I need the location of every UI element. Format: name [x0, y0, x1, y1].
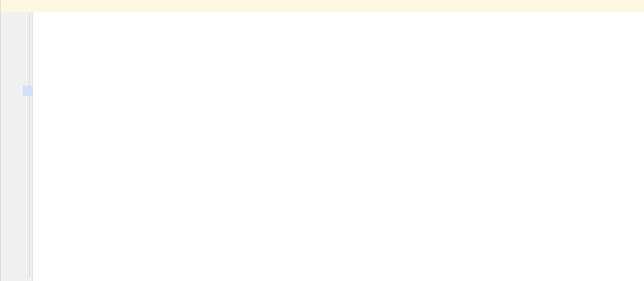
- right-margin-guide: [0, 0, 1, 281]
- fold-guide-line: [29, 15, 30, 277]
- fold-region-highlight: [23, 86, 32, 96]
- current-line-highlight: [0, 0, 644, 12]
- code-editor: [0, 0, 644, 281]
- editor-gutter: [0, 0, 33, 281]
